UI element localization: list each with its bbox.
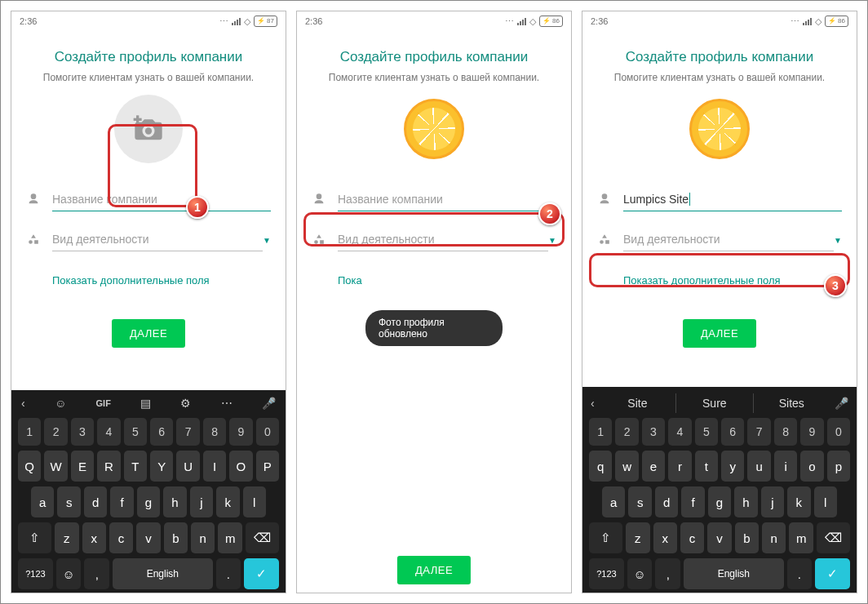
keyboard[interactable]: ‹ Site Sure Sites 🎤 1 2 3 4 5 6 7 8 9 0 … xyxy=(582,387,857,593)
key-y[interactable]: Y xyxy=(150,451,173,482)
key-1[interactable]: 1 xyxy=(18,418,41,446)
sticker-icon[interactable]: ☺ xyxy=(55,397,66,410)
key-0[interactable]: 0 xyxy=(827,418,850,446)
key-3[interactable]: 3 xyxy=(642,418,665,446)
key-shift[interactable]: ⇧ xyxy=(18,522,51,553)
key-enter[interactable]: ✓ xyxy=(244,558,279,589)
key-c[interactable]: c xyxy=(109,522,133,553)
key-o[interactable]: o xyxy=(800,451,823,482)
key-5[interactable]: 5 xyxy=(124,418,147,446)
key-g[interactable]: g xyxy=(137,486,160,517)
key-i[interactable]: I xyxy=(203,451,226,482)
key-c[interactable]: c xyxy=(680,522,704,553)
key-b[interactable]: b xyxy=(164,522,188,553)
key-h[interactable]: h xyxy=(163,486,186,517)
key-k[interactable]: k xyxy=(787,486,810,517)
clipboard-icon[interactable]: ▤ xyxy=(140,397,151,410)
key-8[interactable]: 8 xyxy=(203,418,226,446)
key-r[interactable]: R xyxy=(97,451,120,482)
key-6[interactable]: 6 xyxy=(150,418,173,446)
key-shift[interactable]: ⇧ xyxy=(589,522,622,553)
key-z[interactable]: z xyxy=(626,522,649,553)
key-9[interactable]: 9 xyxy=(229,418,252,446)
key-n[interactable]: n xyxy=(191,522,215,553)
activity-dropdown[interactable] xyxy=(623,229,834,251)
key-o[interactable]: O xyxy=(229,451,252,482)
key-emoji[interactable]: ☺ xyxy=(56,558,82,589)
gif-icon[interactable]: GIF xyxy=(96,398,111,408)
key-u[interactable]: U xyxy=(176,451,199,482)
avatar-upload[interactable] xyxy=(396,95,472,171)
key-d[interactable]: d xyxy=(655,486,678,517)
key-period[interactable]: . xyxy=(216,558,241,589)
company-name-input[interactable] xyxy=(52,189,271,211)
key-q[interactable]: Q xyxy=(18,451,41,482)
key-backspace[interactable]: ⌫ xyxy=(246,522,279,553)
key-h[interactable]: h xyxy=(734,486,757,517)
key-t[interactable]: T xyxy=(124,451,147,482)
key-z[interactable]: z xyxy=(55,522,78,553)
show-more-fields-link[interactable]: Показать дополнительные поля xyxy=(52,274,210,286)
key-1[interactable]: 1 xyxy=(589,418,612,446)
key-enter[interactable]: ✓ xyxy=(815,558,850,589)
key-4[interactable]: 4 xyxy=(668,418,691,446)
key-g[interactable]: g xyxy=(708,486,731,517)
key-e[interactable]: e xyxy=(642,451,665,482)
next-button[interactable]: ДАЛЕЕ xyxy=(683,319,756,348)
avatar-upload[interactable] xyxy=(681,95,758,171)
key-p[interactable]: p xyxy=(827,451,850,482)
key-space[interactable]: English xyxy=(684,558,783,589)
key-a[interactable]: a xyxy=(602,486,625,517)
company-name-input[interactable] xyxy=(338,189,556,211)
key-3[interactable]: 3 xyxy=(71,418,94,446)
chevron-left-icon[interactable]: ‹ xyxy=(21,397,25,410)
key-m[interactable]: m xyxy=(218,522,241,553)
key-2[interactable]: 2 xyxy=(615,418,638,446)
key-space[interactable]: English xyxy=(113,558,212,589)
mic-icon[interactable]: 🎤 xyxy=(835,397,848,410)
key-x[interactable]: x xyxy=(653,522,677,553)
key-0[interactable]: 0 xyxy=(256,418,279,446)
key-y[interactable]: y xyxy=(721,451,744,482)
key-2[interactable]: 2 xyxy=(44,418,67,446)
key-6[interactable]: 6 xyxy=(721,418,744,446)
key-e[interactable]: E xyxy=(71,451,94,482)
suggestion-3[interactable]: Sites xyxy=(754,393,830,413)
keyboard[interactable]: ‹ ☺ GIF ▤ ⚙ ⋯ 🎤 1 2 3 4 5 6 7 8 9 0 Q W … xyxy=(11,390,286,593)
suggestion-2[interactable]: Sure xyxy=(676,393,752,413)
key-l[interactable]: l xyxy=(243,486,266,517)
avatar-upload[interactable] xyxy=(110,95,187,171)
company-name-input[interactable]: Lumpics Site xyxy=(623,189,842,211)
key-j[interactable]: j xyxy=(761,486,784,517)
key-v[interactable]: v xyxy=(707,522,731,553)
settings-icon[interactable]: ⚙ xyxy=(180,397,191,410)
key-4[interactable]: 4 xyxy=(97,418,120,446)
key-symbols[interactable]: ?123 xyxy=(18,558,53,589)
key-x[interactable]: x xyxy=(82,522,106,553)
key-7[interactable]: 7 xyxy=(176,418,199,446)
key-t[interactable]: t xyxy=(695,451,718,482)
key-emoji[interactable]: ☺ xyxy=(627,558,653,589)
key-symbols[interactable]: ?123 xyxy=(589,558,624,589)
key-8[interactable]: 8 xyxy=(774,418,797,446)
more-icon[interactable]: ⋯ xyxy=(221,397,232,410)
suggestion-1[interactable]: Site xyxy=(600,393,675,413)
show-more-fields-link[interactable]: Показать дополнительные поля xyxy=(623,274,781,286)
chevron-left-icon[interactable]: ‹ xyxy=(591,397,595,410)
key-q[interactable]: q xyxy=(589,451,612,482)
key-v[interactable]: v xyxy=(136,522,160,553)
key-p[interactable]: P xyxy=(256,451,279,482)
key-r[interactable]: r xyxy=(668,451,691,482)
activity-dropdown[interactable] xyxy=(338,229,548,251)
next-button[interactable]: ДАЛЕЕ xyxy=(397,556,471,584)
key-i[interactable]: i xyxy=(774,451,797,482)
key-a[interactable]: a xyxy=(31,486,54,517)
key-w[interactable]: w xyxy=(615,451,638,482)
key-period[interactable]: . xyxy=(787,558,813,589)
key-comma[interactable]: , xyxy=(84,558,109,589)
show-more-fields-link[interactable]: Пока xyxy=(338,274,362,286)
key-n[interactable]: n xyxy=(762,522,786,553)
mic-icon[interactable]: 🎤 xyxy=(262,397,276,410)
next-button[interactable]: ДАЛЕЕ xyxy=(112,319,185,348)
key-s[interactable]: s xyxy=(628,486,651,517)
